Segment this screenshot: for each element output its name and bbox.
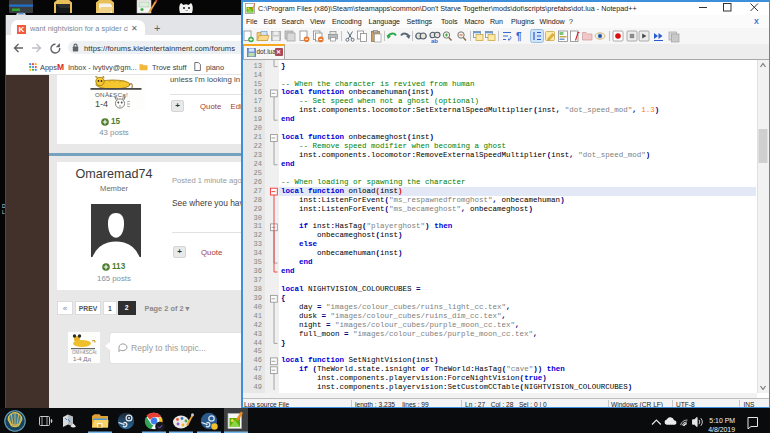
svg-text:ONÀ£SCa!: ONÀ£SCa! [95,90,128,97]
svg-text:4/8/2019: 4/8/2019 [708,425,735,432]
svg-text:¶: ¶ [516,31,522,42]
svg-text:5:10 PM: 5:10 PM [709,417,735,424]
svg-text:ab: ab [431,38,438,44]
svg-text:1-4: 1-4 [95,99,108,109]
svg-text:OM¾€SCAt: OM¾€SCAt [72,350,97,355]
svg-text:1-4 Дд: 1-4 Дд [73,356,91,362]
